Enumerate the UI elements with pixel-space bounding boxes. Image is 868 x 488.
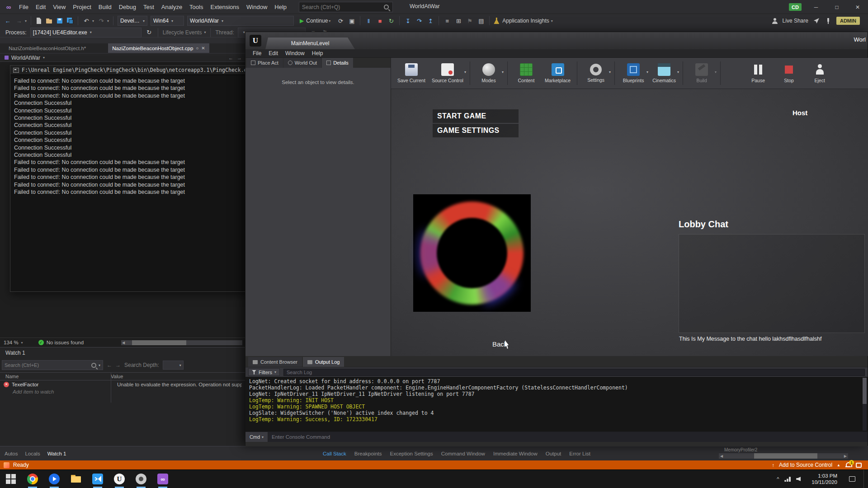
vs-menu-help[interactable]: Help <box>271 0 290 14</box>
taskbar-app-folder[interactable] <box>65 470 87 488</box>
source-control-caret-icon[interactable]: ▲ <box>837 463 840 467</box>
application-insights-label[interactable]: Application Insights <box>502 18 549 24</box>
console-command-input[interactable]: Enter Console Command <box>268 432 868 442</box>
step-into-icon[interactable]: ↧ <box>404 17 412 25</box>
close-button[interactable]: ✕ <box>847 0 868 14</box>
game-settings-button[interactable]: GAME SETTINGS <box>433 124 519 137</box>
taskbar-app-vscode[interactable] <box>87 470 108 488</box>
cmd-dropdown[interactable]: Cmd▾ <box>245 432 268 442</box>
vs-menu-project[interactable]: Project <box>69 0 94 14</box>
ue-menu-edit[interactable]: Edit <box>265 50 282 56</box>
vs-menu-view[interactable]: View <box>49 0 69 14</box>
bookmark-icon[interactable]: ⚑ <box>466 17 474 25</box>
ue-menu-window[interactable]: Window <box>282 50 308 56</box>
solution-platform-combo[interactable]: Win64▾ <box>151 16 184 26</box>
lifecycle-events-button[interactable]: Lifecycle Events <box>163 29 202 36</box>
undo-caret-icon[interactable]: ▾ <box>92 19 94 23</box>
taskbar-app-chrome[interactable] <box>22 470 43 488</box>
vs-menu-build[interactable]: Build <box>95 0 115 14</box>
zoom-caret-icon[interactable]: ▾ <box>21 341 23 345</box>
game-viewport[interactable]: START GAME GAME SETTINGS Host Lobby Chat… <box>391 89 868 356</box>
toolbar-blueprints-button[interactable]: Blueprints▾ <box>619 59 647 87</box>
vs-menu-test[interactable]: Test <box>140 0 158 14</box>
ue-bottom-tab-content-browser[interactable]: Content Browser <box>248 357 302 367</box>
solution-configuration-combo[interactable]: Development Editor▾ <box>118 16 147 26</box>
vs-menu-extensions[interactable]: Extensions <box>207 0 243 14</box>
show-desktop-button[interactable] <box>863 470 866 488</box>
parallel-stacks-icon[interactable]: ⊞ <box>454 17 462 25</box>
maximize-button[interactable]: □ <box>826 0 847 14</box>
open-file-icon[interactable] <box>46 17 53 24</box>
feedback-icon[interactable] <box>856 463 862 468</box>
ue-tab-details[interactable]: Details <box>322 58 353 68</box>
search-depth-combo[interactable]: ▾ <box>163 361 184 370</box>
watch-row[interactable]: ✕TexelFactorUnable to evaluate the expre… <box>0 380 245 388</box>
toolbar-modes-button[interactable]: Modes▾ <box>475 59 503 87</box>
panel-tab-error-list[interactable]: Error List <box>569 451 590 456</box>
toolbar-content-button[interactable]: Content <box>512 59 540 87</box>
navbar-caret-icon[interactable]: ▾ <box>43 56 45 60</box>
chevron-down-icon[interactable]: ▾ <box>677 70 679 74</box>
ue-tab-world-out[interactable]: World Out <box>283 58 321 68</box>
admin-badge[interactable]: ADMIN <box>836 17 860 25</box>
watch-next-icon[interactable]: → <box>115 362 121 368</box>
taskbar-app-visualstudio[interactable]: ∞ <box>152 470 174 488</box>
ue-menu-file[interactable]: File <box>249 50 265 56</box>
taskbar-app-player[interactable] <box>43 470 65 488</box>
break-all-icon[interactable]: ‖ <box>364 17 373 25</box>
panel-tab-locals[interactable]: Locals <box>25 451 40 456</box>
redo-caret-icon[interactable]: ▾ <box>107 19 109 23</box>
toolbar-stop-button[interactable]: Stop <box>775 59 803 87</box>
process-combo[interactable]: [17424] UE4Editor.exe▾ <box>30 28 142 38</box>
save-all-icon[interactable] <box>66 17 74 24</box>
panel-tab-autos[interactable]: Autos <box>5 451 18 456</box>
watch-prev-icon[interactable]: ← <box>107 362 112 368</box>
ue-tab-place-act[interactable]: Place Act <box>246 58 283 68</box>
watch-column-name[interactable]: Name <box>0 374 111 379</box>
taskbar-app-unreal[interactable]: U <box>108 470 130 488</box>
restart-icon[interactable]: ↻ <box>387 17 395 25</box>
vs-menu-window[interactable]: Window <box>243 0 271 14</box>
navbar-forward-icon[interactable]: → <box>237 55 242 61</box>
toolbar-marketplace-button[interactable]: Marketplace <box>543 59 572 87</box>
vs-menu-analyze[interactable]: Analyze <box>158 0 186 14</box>
tray-expand-icon[interactable]: ^ <box>777 476 779 482</box>
watch-add-hint[interactable]: Add item to watch <box>13 389 54 394</box>
output-log-list[interactable]: LogNet: Created socket for bind address:… <box>245 377 868 432</box>
ue-bottom-tab-output-log[interactable]: Output Log <box>303 357 344 367</box>
panel-tab-command-window[interactable]: Command Window <box>441 451 485 456</box>
ue-titlebar[interactable]: U MainMenuLevel Worl <box>245 32 868 49</box>
bottom-horizontal-scrollbar[interactable]: ◀ ▶ <box>719 453 848 459</box>
scroll-left-icon[interactable]: ◀ <box>121 341 126 345</box>
pin-icon[interactable] <box>825 17 832 24</box>
panel-tab-output[interactable]: Output <box>546 451 561 456</box>
scroll-right-icon[interactable]: ▶ <box>843 454 848 458</box>
toolbar-settings-button[interactable]: Settings▾ <box>582 59 610 87</box>
log-search-input[interactable]: Search Log <box>283 369 865 376</box>
refresh-process-icon[interactable]: ↻ <box>145 28 153 37</box>
toolbar-save-current-button[interactable]: Save Current <box>396 59 427 87</box>
navbar-project[interactable]: WorldAtWar <box>11 55 40 61</box>
panel-tab-immediate-window[interactable]: Immediate Window <box>493 451 538 456</box>
panel-tab-exception-settings[interactable]: Exception Settings <box>390 451 433 456</box>
undo-icon[interactable]: ↶ <box>82 17 90 25</box>
panel-tab-breakpoints[interactable]: Breakpoints <box>354 451 382 456</box>
log-filters-button[interactable]: Filters ▾ <box>248 368 280 376</box>
step-out-icon[interactable]: ↥ <box>426 17 434 25</box>
toolbar-cinematics-button[interactable]: Cinematics▾ <box>650 59 678 87</box>
stop-debugging-icon[interactable]: ■ <box>376 17 384 25</box>
navigate-forward-icon[interactable]: → <box>15 17 23 25</box>
vs-search-box[interactable]: Search (Ctrl+Q) <box>299 2 393 12</box>
watch-column-value[interactable]: Value <box>111 374 123 379</box>
taskbar-clock[interactable]: 1:03 PM 10/11/2020 <box>808 473 841 485</box>
diagnostics-icon[interactable]: ▤ <box>477 17 485 25</box>
save-icon[interactable] <box>56 17 63 24</box>
ue-menu-help[interactable]: Help <box>308 50 327 56</box>
live-share-label[interactable]: Live Share <box>783 18 808 24</box>
startup-project-combo[interactable]: WorldAtWar▾ <box>187 16 294 26</box>
panel-tab-call-stack[interactable]: Call Stack <box>323 451 346 456</box>
vs-menu-tools[interactable]: Tools <box>186 0 207 14</box>
tab-close-icon[interactable]: ✕ <box>201 46 205 51</box>
toolbar-pause-button[interactable]: Pause <box>744 59 772 87</box>
chevron-down-icon[interactable]: ▾ <box>715 70 717 74</box>
